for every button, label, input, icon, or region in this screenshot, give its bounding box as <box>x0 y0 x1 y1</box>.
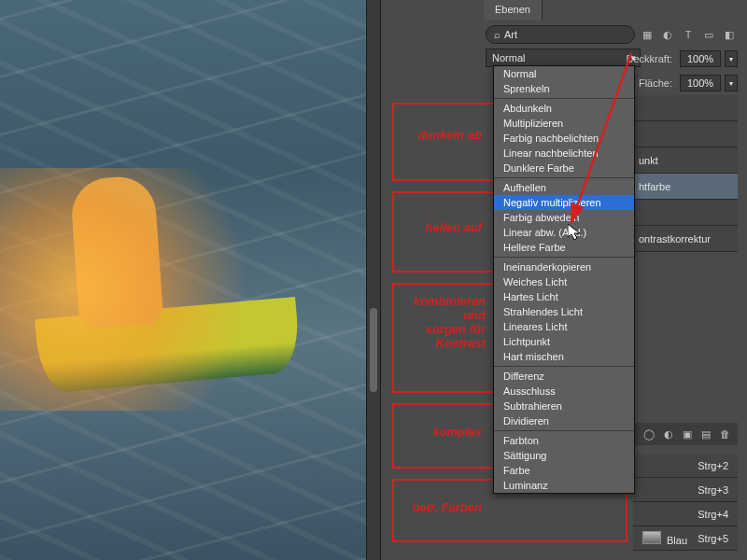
blend-option[interactable]: Subtrahieren <box>494 399 634 413</box>
channel-thumb-icon <box>642 531 661 544</box>
blend-option[interactable]: Ausschluss <box>494 384 634 399</box>
tab-layers[interactable]: Ebenen <box>484 0 543 21</box>
channel-name: Blau <box>642 531 687 546</box>
opacity-label: Deckkraft: <box>626 53 672 64</box>
blend-option[interactable]: Farbe <box>494 463 634 478</box>
filter-smart-icon[interactable]: ◧ <box>721 26 738 43</box>
opacity-input[interactable]: 100% <box>680 50 721 67</box>
filter-pixel-icon[interactable]: ▦ <box>639 26 655 43</box>
channel-row[interactable]: Strg+2 <box>633 454 738 478</box>
blend-option[interactable]: Strahlendes Licht <box>494 304 634 319</box>
channels-list: Strg+2 Strg+3 Strg+4 Blau Strg+5 <box>633 454 738 560</box>
filter-shape-icon[interactable]: ▭ <box>700 26 717 43</box>
panel-tabs: Ebenen <box>484 0 543 21</box>
channel-row[interactable]: Strg+4 <box>633 502 738 526</box>
fill-caret-icon[interactable]: ▾ <box>725 75 738 91</box>
layer-name: ontrastkorrektur <box>639 233 711 245</box>
trash-icon[interactable]: 🗑 <box>720 426 730 442</box>
blend-option[interactable]: Lineares Licht <box>494 319 634 334</box>
layer-row[interactable]: ontrastkorrektur <box>633 226 738 252</box>
opacity-caret-icon[interactable]: ▾ <box>725 50 738 67</box>
blend-option[interactable]: Differenz <box>494 369 634 384</box>
blend-option[interactable]: Weiches Licht <box>494 274 634 289</box>
blend-option[interactable]: Sättigung <box>494 448 634 463</box>
vertical-scrollbar[interactable] <box>370 308 377 392</box>
blend-option[interactable]: Dunklere Farbe <box>494 161 634 175</box>
blend-option[interactable]: Lichtpunkt <box>494 334 634 349</box>
layer-name: unkt <box>639 155 658 166</box>
channel-shortcut: Strg+4 <box>698 509 728 520</box>
fill-input[interactable]: 100% <box>680 75 721 91</box>
fill-label: Fläche: <box>639 77 672 89</box>
layer-filter-select[interactable]: ⌕ Art <box>486 25 635 44</box>
blend-option[interactable]: Luminanz <box>494 478 634 493</box>
image-sea <box>0 0 366 560</box>
channel-row[interactable]: Blau Strg+5 <box>633 526 738 551</box>
channel-shortcut: Strg+5 <box>698 533 728 544</box>
blend-option[interactable]: Sprenkeln <box>494 81 634 96</box>
blend-option[interactable]: Farbig nachbelichten <box>494 131 634 146</box>
blend-option[interactable]: Linear nachbelichten <box>494 146 634 161</box>
filter-label: Art <box>504 29 517 40</box>
layer-row[interactable] <box>633 121 738 147</box>
svg-marker-1 <box>568 224 580 240</box>
layer-row[interactable]: htfarbe <box>633 174 738 200</box>
blend-option[interactable]: Farbig abwedeln <box>494 210 634 225</box>
image-light-glow <box>0 168 289 411</box>
document-canvas[interactable] <box>0 0 366 560</box>
blend-option[interactable]: Hart mischen <box>494 349 634 364</box>
search-icon: ⌕ <box>494 29 500 40</box>
layer-name: htfarbe <box>639 181 670 192</box>
blend-option[interactable]: Abdunkeln <box>494 101 634 116</box>
blend-option[interactable]: Normal <box>494 66 634 81</box>
layer-filter-row: ⌕ Art ▦ ◐ T ▭ ◧ <box>486 24 738 45</box>
layer-row[interactable] <box>633 95 738 121</box>
blend-mode-dropdown[interactable]: NormalSprenkelnAbdunkelnMultiplizierenFa… <box>493 65 635 494</box>
blend-option[interactable]: Hartes Licht <box>494 289 634 304</box>
blend-option[interactable]: Ineinanderkopieren <box>494 259 634 274</box>
blend-option[interactable]: Linear abw. (Add.) <box>494 225 634 240</box>
blend-option[interactable]: Farbton <box>494 433 634 448</box>
filter-adjust-icon[interactable]: ◐ <box>659 26 676 43</box>
group-icon[interactable]: ▣ <box>683 426 692 442</box>
layer-row[interactable]: unkt <box>633 147 738 174</box>
blend-option[interactable]: Aufhellen <box>494 180 634 195</box>
adjustment-icon[interactable]: ◐ <box>664 426 673 442</box>
blend-option[interactable]: Negativ multiplizieren <box>494 195 634 210</box>
panel-divider[interactable] <box>366 0 381 560</box>
blend-option[interactable]: Dividieren <box>494 413 634 428</box>
layer-row[interactable] <box>633 200 738 226</box>
channel-shortcut: Strg+2 <box>698 460 728 471</box>
blend-option[interactable]: Multiplizieren <box>494 116 634 131</box>
channel-row[interactable]: Strg+3 <box>633 478 738 502</box>
layers-footer: ⇄ fx ◯ ◐ ▣ ▤ 🗑 <box>633 423 738 445</box>
layer-list: unkt htfarbe ontrastkorrektur <box>633 95 738 252</box>
mask-icon[interactable]: ◯ <box>643 426 655 442</box>
mouse-cursor-icon <box>568 224 585 241</box>
filter-type-icon[interactable]: T <box>680 26 697 43</box>
blend-option[interactable]: Hellere Farbe <box>494 240 634 255</box>
new-layer-icon[interactable]: ▤ <box>701 426 711 442</box>
channel-shortcut: Strg+3 <box>698 484 728 496</box>
